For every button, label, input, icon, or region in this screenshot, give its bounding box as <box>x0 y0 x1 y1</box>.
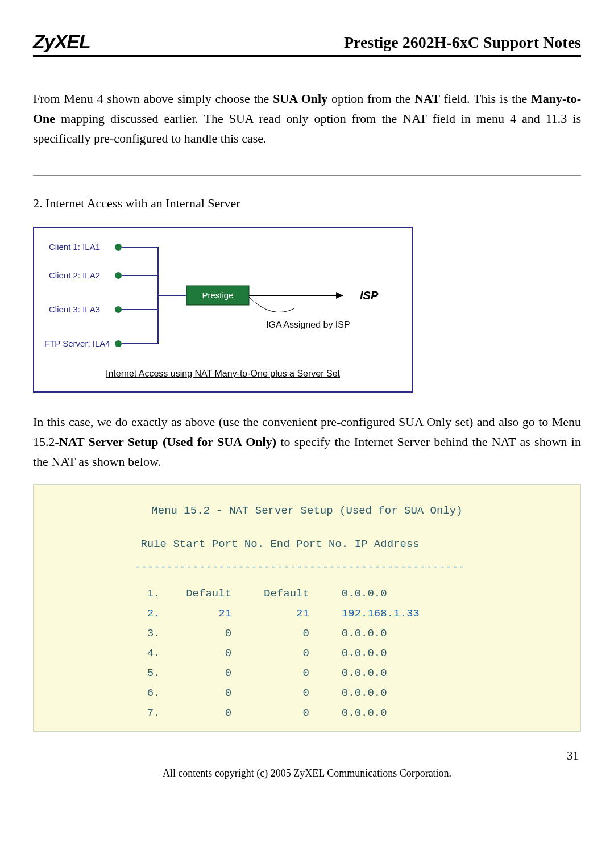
table-row: 7. 0 0 0.0.0.0 <box>134 703 570 723</box>
diagram-caption: Internet Access using NAT Many-to-One pl… <box>44 369 401 379</box>
terminal-table: Rule Start Port No. End Port No. IP Addr… <box>134 535 570 723</box>
intro-paragraph: From Menu 4 shown above simply choose th… <box>33 89 581 149</box>
text: mapping discussed earlier. The SUA read … <box>33 111 581 145</box>
client3-label: Client 3: ILA3 <box>49 304 100 314</box>
text-bold: NAT <box>414 91 440 106</box>
logo: ZyXEL <box>33 31 90 53</box>
text: field. This is the <box>440 91 531 106</box>
table-row: 2. 21 21 192.168.1.33 <box>134 604 570 624</box>
isp-label: ISP <box>360 289 379 302</box>
client1-label: Client 1: ILA1 <box>49 242 100 252</box>
table-row: 6. 0 0 0.0.0.0 <box>134 683 570 703</box>
svg-point-6 <box>115 244 122 251</box>
svg-point-7 <box>115 272 122 279</box>
page-header: ZyXEL Prestige 2602H-6xC Support Notes <box>33 31 581 57</box>
table-row: 3. 0 0 0.0.0.0 <box>134 624 570 644</box>
router-label: Prestige <box>202 290 233 300</box>
body-paragraph-2: In this case, we do exactly as above (us… <box>33 412 581 472</box>
svg-point-8 <box>115 306 122 313</box>
terminal-menu: Menu 15.2 - NAT Server Setup (Used for S… <box>33 484 581 731</box>
diagram-svg: Client 1: ILA1 Client 2: ILA2 Client 3: … <box>44 236 403 361</box>
table-row: 5. 0 0 0.0.0.0 <box>134 663 570 683</box>
text: From Menu 4 shown above simply choose th… <box>33 91 273 106</box>
table-row: 4. 0 0 0.0.0.0 <box>134 644 570 663</box>
text-bold: SUA Only <box>273 91 327 106</box>
page-number: 31 <box>33 749 581 763</box>
section-2-title: 2. Internet Access with an Internal Serv… <box>33 196 581 211</box>
text-bold: NAT Server Setup (Used for SUA Only) <box>59 435 276 449</box>
iga-label: IGA Assigned by ISP <box>266 320 350 329</box>
terminal-title: Menu 15.2 - NAT Server Setup (Used for S… <box>44 501 570 521</box>
document-title: Prestige 2602H-6xC Support Notes <box>344 34 581 53</box>
client2-label: Client 2: ILA2 <box>49 270 100 280</box>
terminal-columns: Rule Start Port No. End Port No. IP Addr… <box>134 535 570 554</box>
table-row: 1. Default Default 0.0.0.0 <box>134 584 570 604</box>
text: option from the <box>327 91 414 106</box>
section-divider <box>33 175 581 176</box>
copyright: All contents copyright (c) 2005 ZyXEL Co… <box>33 767 581 779</box>
svg-point-9 <box>115 340 122 347</box>
network-diagram: Client 1: ILA1 Client 2: ILA2 Client 3: … <box>33 227 413 393</box>
ftp-label: FTP Server: ILA4 <box>44 339 110 348</box>
terminal-rule: ----------------------------------------… <box>134 558 570 578</box>
svg-marker-12 <box>336 292 343 299</box>
